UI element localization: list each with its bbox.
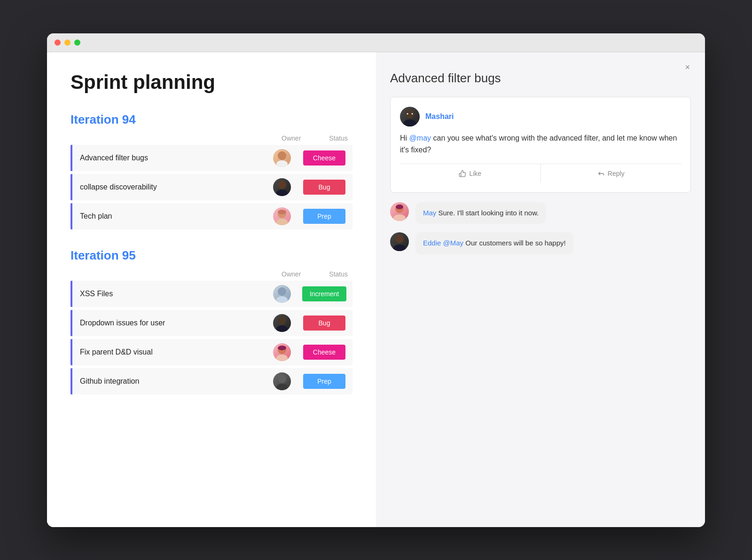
task-owner xyxy=(268,149,296,167)
titlebar xyxy=(47,33,705,52)
status-header: Status xyxy=(329,270,348,278)
modal-close-button[interactable]: × xyxy=(681,61,694,74)
task-owner xyxy=(268,372,296,390)
close-button[interactable] xyxy=(55,39,61,46)
avatar xyxy=(273,149,291,167)
owner-header: Owner xyxy=(282,134,301,142)
maximize-button[interactable] xyxy=(74,39,80,46)
svg-point-4 xyxy=(276,189,288,196)
svg-point-19 xyxy=(403,119,416,126)
reply-text-may: Sure. I'll start looking into it now. xyxy=(439,209,539,217)
svg-point-20 xyxy=(407,113,408,114)
task-owner xyxy=(268,207,296,225)
task-row[interactable]: Tech plan Prep xyxy=(70,203,352,229)
iteration-95-heading: Iteration 95 xyxy=(70,248,352,263)
avatar xyxy=(273,314,291,332)
iteration-95-section: Iteration 95 Owner Status XSS Files xyxy=(70,248,352,394)
svg-point-24 xyxy=(396,205,403,209)
task-owner xyxy=(268,343,296,361)
task-owner xyxy=(268,314,296,332)
page-title: Sprint planning xyxy=(70,71,352,94)
status-badge: Bug xyxy=(303,180,345,195)
svg-point-2 xyxy=(278,151,286,160)
right-panel: × Advanced filter bugs Mashari xyxy=(376,52,705,527)
comment-actions: Like Reply xyxy=(400,164,681,183)
svg-point-10 xyxy=(276,296,288,303)
svg-point-17 xyxy=(276,384,288,390)
status-badge: Cheese xyxy=(303,345,345,360)
reply-comment-may: May Sure. I'll start looking into it now… xyxy=(390,202,691,224)
status-header: Status xyxy=(329,134,348,142)
task-status: Cheese xyxy=(296,150,352,166)
svg-point-8 xyxy=(278,210,286,214)
avatar xyxy=(273,207,291,225)
svg-point-23 xyxy=(393,214,406,221)
reply-label: Reply xyxy=(608,170,625,177)
comment-mention: @may xyxy=(409,134,431,142)
iteration-94-section: Iteration 94 Owner Status Advanced filte… xyxy=(70,112,352,229)
status-badge: Prep xyxy=(303,374,345,389)
reply-author-may: May xyxy=(423,209,436,217)
task-name: Dropdown issues for user xyxy=(72,312,268,334)
main-comment-card: Mashari Hi @may can you see what's wrong… xyxy=(390,97,691,193)
svg-point-18 xyxy=(405,109,415,118)
app-content: Sprint planning Iteration 94 Owner Statu… xyxy=(47,52,705,527)
svg-point-21 xyxy=(412,113,413,114)
svg-point-7 xyxy=(276,219,288,225)
avatar xyxy=(273,372,291,390)
svg-point-1 xyxy=(276,160,288,167)
task-name: collapse discoverability xyxy=(72,176,268,198)
task-row[interactable]: XSS Files Increment xyxy=(70,281,352,307)
task-name: XSS Files xyxy=(72,283,268,305)
status-badge: Prep xyxy=(303,209,345,224)
modal-title: Advanced filter bugs xyxy=(390,66,691,86)
svg-point-12 xyxy=(276,325,288,332)
svg-point-9 xyxy=(278,287,286,296)
task-status: Cheese xyxy=(296,345,352,360)
iteration-94-heading: Iteration 94 xyxy=(70,112,352,127)
task-status: Bug xyxy=(296,315,352,331)
task-row[interactable]: collapse discoverability Bug xyxy=(70,174,352,200)
task-status: Prep xyxy=(296,374,352,389)
task-owner xyxy=(268,285,296,303)
svg-point-5 xyxy=(278,181,286,189)
task-status: Increment xyxy=(296,286,352,301)
left-panel: Sprint planning Iteration 94 Owner Statu… xyxy=(47,52,376,527)
svg-point-26 xyxy=(393,245,406,251)
task-name: Fix parent D&D visual xyxy=(72,341,268,363)
like-label: Like xyxy=(469,170,481,177)
task-owner xyxy=(268,178,296,196)
comment-author-avatar xyxy=(400,107,420,126)
reply-avatar-may xyxy=(390,202,409,221)
comment-text-after: can you see what's wrong with the advanc… xyxy=(400,134,677,154)
task-name: Tech plan xyxy=(72,205,268,227)
status-badge: Cheese xyxy=(303,150,345,166)
avatar xyxy=(273,178,291,196)
status-badge: Bug xyxy=(303,315,345,331)
reply-author-eddie: Eddie xyxy=(423,239,441,247)
reply-avatar-eddie xyxy=(390,232,409,251)
task-row[interactable]: Fix parent D&D visual Cheese xyxy=(70,339,352,365)
reply-button[interactable]: Reply xyxy=(541,164,682,183)
reply-bubble-may: May Sure. I'll start looking into it now… xyxy=(415,202,546,224)
task-name: Advanced filter bugs xyxy=(72,147,268,169)
table-header-95: Owner Status xyxy=(70,270,352,278)
owner-header: Owner xyxy=(282,270,301,278)
task-row[interactable]: Github integration Prep xyxy=(70,368,352,394)
task-row[interactable]: Dropdown issues for user Bug xyxy=(70,310,352,336)
avatar xyxy=(273,285,291,303)
comment-author-row: Mashari xyxy=(400,107,681,126)
mac-window: Sprint planning Iteration 94 Owner Statu… xyxy=(47,33,705,527)
table-header-94: Owner Status xyxy=(70,134,352,142)
minimize-button[interactable] xyxy=(64,39,70,46)
avatar xyxy=(273,343,291,361)
svg-point-25 xyxy=(395,235,404,243)
svg-point-11 xyxy=(278,316,286,325)
task-row[interactable]: Advanced filter bugs Cheese xyxy=(70,145,352,171)
svg-point-16 xyxy=(278,375,286,383)
status-badge: Increment xyxy=(302,286,346,301)
like-button[interactable]: Like xyxy=(400,164,541,183)
svg-point-15 xyxy=(278,346,286,350)
reply-comment-eddie: Eddie @May Our customers will be so happ… xyxy=(390,232,691,254)
reply-text-eddie: Our customers will be so happy! xyxy=(463,239,566,247)
